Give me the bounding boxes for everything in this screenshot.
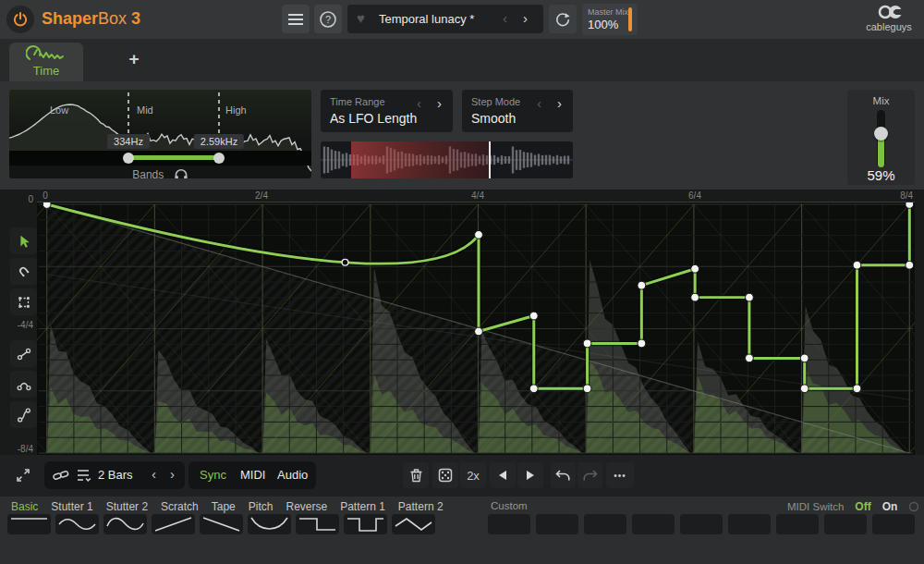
preset-selector[interactable]: ♥ Temporal lunacy * ‹ › (347, 5, 543, 33)
step-mode-next[interactable]: › (557, 96, 562, 110)
preset-next-button[interactable]: › (523, 11, 528, 25)
shift-right-button[interactable] (517, 462, 543, 488)
redo-icon (582, 469, 598, 483)
custom-slot-3[interactable] (584, 514, 626, 534)
wave-thumb-sine-full[interactable] (103, 514, 147, 534)
length-prev[interactable]: ‹ (152, 467, 156, 481)
wave-thumb-flat[interactable] (7, 514, 51, 534)
wave-tab-pattern2[interactable]: Pattern 2 (398, 500, 444, 513)
band-panel: Low Mid High 334Hz 2.59kHz Bands (9, 90, 311, 178)
midi-switch-group: MIDI Switch Off On (787, 500, 919, 513)
curve-tool-icon (16, 376, 32, 393)
delete-button[interactable] (403, 462, 429, 488)
wave-panel: Basic Stutter 1 Stutter 2 Scratch Tape P… (0, 497, 924, 564)
randomize-button[interactable] (432, 462, 458, 488)
headphones-icon[interactable] (174, 168, 188, 178)
wave-tab-pattern1[interactable]: Pattern 1 (340, 500, 385, 513)
wave-tab-pitch[interactable]: Pitch (249, 500, 274, 513)
favorite-heart-icon[interactable]: ♥ (357, 10, 365, 26)
tool-marquee-button[interactable] (10, 288, 37, 315)
brand-logo[interactable]: cableguys (859, 4, 918, 35)
tool-pointer-button[interactable] (10, 227, 37, 254)
midi-switch-icon[interactable] (908, 501, 919, 512)
band-handle-high[interactable] (213, 153, 225, 164)
custom-slot-row (488, 514, 915, 534)
wave-thumb-sine[interactable] (55, 514, 99, 534)
band-freq-low[interactable]: 334Hz (107, 134, 150, 149)
midi-switch-on[interactable]: On (882, 500, 898, 513)
custom-slot-9[interactable] (872, 514, 915, 534)
tab-time[interactable]: Time (9, 43, 83, 81)
custom-slot-1[interactable] (488, 514, 530, 534)
ruler-tick-3: 6/4 (688, 190, 701, 201)
custom-slot-8[interactable] (824, 514, 867, 534)
master-mix-label: Master Mix (588, 7, 628, 17)
mode-midi[interactable]: MIDI (240, 468, 265, 482)
band-range-bar[interactable] (128, 155, 219, 160)
custom-slot-4[interactable] (632, 514, 675, 534)
help-button[interactable]: ? (314, 5, 342, 33)
time-range-selector[interactable]: Time Range ‹ › As LFO Length (321, 90, 453, 132)
length-value[interactable]: 2 Bars (98, 468, 133, 482)
wave-thumb-valley[interactable] (248, 514, 291, 534)
step-mode-selector[interactable]: Step Mode ‹ › Smooth (462, 90, 573, 132)
step-mode-prev[interactable]: ‹ (537, 96, 541, 110)
mode-audio[interactable]: Audio (277, 468, 308, 482)
custom-slot-6[interactable] (728, 514, 771, 534)
wave-tab-basic[interactable]: Basic (11, 500, 38, 513)
trash-icon (409, 468, 423, 483)
mix-slider-knob[interactable] (874, 127, 888, 141)
refresh-button[interactable] (549, 5, 577, 33)
shaperbox-window: ShaperBox 3 ? ♥ Temporal lunacy * ‹ › Ma… (0, 0, 924, 564)
band-handle-low[interactable] (123, 153, 134, 164)
band-freq-high[interactable]: 2.59kHz (194, 134, 244, 149)
link-icon[interactable] (52, 467, 70, 484)
magnet-icon (16, 264, 32, 280)
double-button[interactable]: 2x (460, 462, 486, 488)
master-mix-slider[interactable] (628, 7, 632, 31)
step-list-icon[interactable] (76, 468, 92, 483)
dice-icon (438, 468, 453, 483)
midi-switch-off[interactable]: Off (855, 500, 870, 513)
time-range-prev[interactable]: ‹ (417, 96, 421, 110)
time-range-next[interactable]: › (437, 96, 442, 110)
redo-button[interactable] (578, 462, 602, 488)
tool-line-button[interactable] (10, 340, 37, 367)
tool-snap-button[interactable] (10, 258, 37, 285)
expand-button[interactable] (11, 463, 35, 487)
shift-left-button[interactable] (490, 462, 516, 488)
custom-slot-5[interactable] (680, 514, 723, 534)
marquee-icon (16, 294, 32, 311)
audio-selection-region[interactable] (351, 141, 489, 178)
wave-tab-stutter2[interactable]: Stutter 2 (106, 500, 148, 513)
power-button[interactable] (6, 6, 34, 33)
mix-label: Mix (847, 95, 915, 106)
wave-tab-scratch[interactable]: Scratch (161, 500, 199, 513)
step-mode-value: Smooth (471, 111, 516, 126)
wave-thumb-step-down[interactable] (296, 514, 339, 534)
tool-curve-button[interactable] (10, 371, 37, 398)
wave-tab-tape[interactable]: Tape (212, 500, 236, 513)
tool-scurve-button[interactable] (10, 401, 37, 428)
custom-slot-7[interactable] (776, 514, 819, 534)
length-next[interactable]: › (170, 467, 175, 481)
master-mix-control[interactable]: Master Mix 100% (582, 4, 638, 35)
wave-tab-reverse[interactable]: Reverse (286, 500, 327, 513)
wave-tab-stutter1[interactable]: Stutter 1 (51, 500, 92, 513)
lfo-canvas[interactable] (37, 202, 915, 455)
more-button[interactable]: ••• (606, 462, 634, 488)
wave-thumb-notch[interactable] (344, 514, 387, 534)
menu-button[interactable] (282, 5, 310, 33)
wave-thumb-ramp-up[interactable] (152, 514, 195, 534)
audio-strip[interactable] (321, 141, 573, 178)
expand-icon (16, 468, 30, 483)
preset-prev-button[interactable]: ‹ (503, 11, 507, 25)
tab-add-button[interactable]: + (123, 48, 145, 70)
undo-button[interactable] (551, 462, 576, 488)
custom-slot-2[interactable] (536, 514, 578, 534)
ruler-tick-1: 2/4 (255, 190, 268, 201)
wave-thumb-ramp-down[interactable] (200, 514, 243, 534)
wave-thumb-triangle[interactable] (392, 514, 435, 534)
mode-sync[interactable]: Sync (200, 468, 226, 482)
preset-name[interactable]: Temporal lunacy * (379, 12, 474, 26)
